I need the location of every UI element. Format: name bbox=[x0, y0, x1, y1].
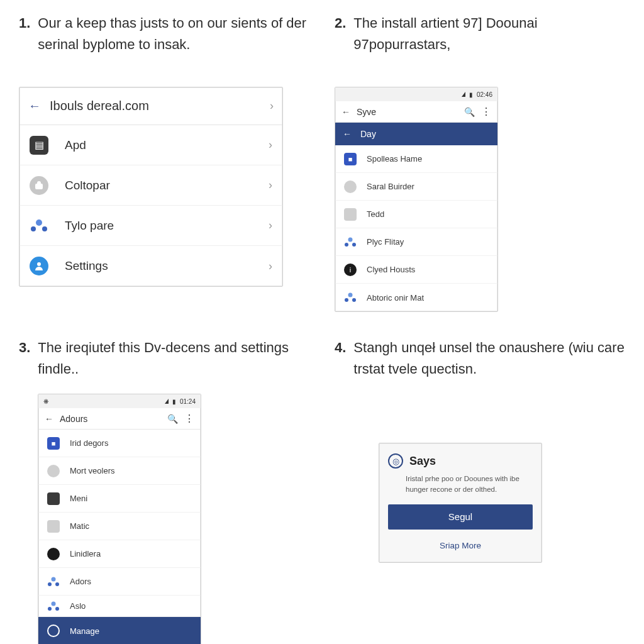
primary-button[interactable]: Segul bbox=[388, 504, 533, 530]
person-icon bbox=[47, 600, 60, 613]
item-label: Adors bbox=[70, 577, 91, 586]
svg-point-12 bbox=[55, 582, 59, 586]
step-1-number: 1. bbox=[19, 13, 30, 75]
list-item[interactable]: i Clyed Housts bbox=[335, 256, 497, 284]
app-bar: ← Syve 🔍 ⋮ bbox=[335, 101, 497, 123]
back-icon[interactable]: ← bbox=[343, 129, 352, 139]
list-item[interactable]: Mort veolers bbox=[38, 457, 201, 485]
panel-3: ❋ ▮ 01:24 ← Adours 🔍 ⋮ ■ Irid degors Mor… bbox=[38, 394, 201, 644]
settings-icon bbox=[30, 257, 48, 275]
person-icon bbox=[344, 291, 357, 304]
item-label: Linidlera bbox=[70, 549, 101, 558]
list-item[interactable]: Plyc Flitay bbox=[335, 228, 497, 256]
dot-icon bbox=[47, 548, 60, 560]
app-bar: ← Adours 🔍 ⋮ bbox=[38, 408, 201, 430]
panel1-titlebar[interactable]: ← Ibouls dereal.com › bbox=[19, 87, 282, 125]
list-item[interactable]: ■ Spolleas Hame bbox=[335, 145, 497, 173]
item-label: Tedd bbox=[367, 209, 384, 219]
svg-point-3 bbox=[37, 262, 41, 266]
square-icon bbox=[344, 208, 357, 221]
back-icon[interactable]: ← bbox=[45, 414, 53, 424]
section-header[interactable]: ← Day bbox=[335, 123, 497, 145]
chevron-right-icon: › bbox=[269, 219, 272, 232]
step-3: 3. The ireqiutef this Dv-decens and sett… bbox=[19, 337, 309, 644]
panel-4-dialog: ◎ Says Iristal prhe poo or Doounes with … bbox=[379, 443, 542, 563]
coltopar-icon bbox=[30, 176, 48, 195]
item-label: Meni bbox=[70, 494, 87, 503]
search-icon[interactable]: 🔍 bbox=[167, 414, 178, 424]
clock: 02:46 bbox=[477, 91, 492, 98]
person-icon bbox=[30, 216, 48, 235]
circle-icon bbox=[47, 465, 60, 477]
svg-point-4 bbox=[348, 237, 353, 242]
info-icon: i bbox=[344, 264, 357, 276]
svg-point-6 bbox=[352, 243, 356, 247]
step-1-text: Our a keep thas justs to on our sients o… bbox=[38, 13, 309, 75]
step-2: 2. The install artient 97] Doounai 97pop… bbox=[335, 13, 625, 312]
step-4-text: Stangh unqeł unsel the onaushere (wiu ca… bbox=[353, 337, 625, 406]
item-label: Spolleas Hame bbox=[367, 154, 422, 164]
appbar-title: Adours bbox=[60, 414, 87, 424]
back-icon[interactable]: ← bbox=[341, 107, 350, 117]
menu-icon[interactable]: ⋮ bbox=[481, 107, 491, 117]
panel1-row-tylo[interactable]: Tylo pare › bbox=[19, 206, 282, 246]
item-label: Clyed Housts bbox=[367, 265, 415, 274]
app-icon: ■ bbox=[47, 437, 60, 450]
signal-icon bbox=[165, 399, 169, 404]
panel-2: ▮ 02:46 ← Syve 🔍 ⋮ ← Day ■ Spolleas Hame… bbox=[335, 87, 498, 312]
square-icon bbox=[47, 492, 60, 505]
item-label: Aslo bbox=[70, 601, 86, 611]
row-label: Apd bbox=[65, 138, 86, 152]
battery-icon: ▮ bbox=[469, 91, 473, 98]
svg-point-14 bbox=[48, 607, 52, 611]
svg-point-1 bbox=[31, 226, 36, 231]
signal-icon bbox=[462, 92, 465, 97]
target-icon bbox=[47, 625, 60, 637]
panel1-row-settings[interactable]: Settings › bbox=[19, 246, 282, 286]
panel1-title: Ibouls dereal.com bbox=[50, 99, 149, 113]
chevron-right-icon: › bbox=[270, 99, 274, 113]
step-1: 1. Our a keep thas justs to on our sient… bbox=[19, 13, 309, 312]
row-label: Settings bbox=[65, 259, 108, 273]
appbar-title: Syve bbox=[357, 107, 376, 117]
step-4-number: 4. bbox=[335, 337, 346, 406]
dialog-body: Iristal prhe poo or Doounes with ibe hun… bbox=[406, 474, 533, 494]
apd-icon: ▤ bbox=[30, 136, 48, 155]
svg-point-10 bbox=[52, 577, 56, 581]
section-title: Day bbox=[360, 129, 376, 139]
app-icon: ■ bbox=[344, 153, 357, 165]
item-label: Manage bbox=[70, 626, 99, 636]
svg-point-9 bbox=[352, 298, 356, 302]
list-item[interactable]: Matic bbox=[38, 513, 201, 540]
list-item[interactable]: Aslo bbox=[38, 596, 201, 617]
svg-point-15 bbox=[55, 607, 59, 611]
list-item[interactable]: Adors bbox=[38, 568, 201, 596]
chevron-right-icon: › bbox=[269, 260, 272, 273]
panel1-row-apd[interactable]: ▤ Apd › bbox=[19, 125, 282, 165]
status-bar: ❋ ▮ 01:24 bbox=[38, 394, 201, 408]
menu-icon[interactable]: ⋮ bbox=[184, 414, 194, 424]
battery-icon: ▮ bbox=[172, 398, 176, 405]
row-label: Tylo pare bbox=[65, 219, 114, 233]
dialog-icon: ◎ bbox=[388, 453, 403, 469]
search-icon[interactable]: 🔍 bbox=[464, 107, 475, 117]
secondary-link[interactable]: Sriap More bbox=[388, 537, 533, 555]
step-3-number: 3. bbox=[19, 337, 30, 382]
svg-point-8 bbox=[345, 298, 348, 302]
step-4: 4. Stangh unqeł unsel the onaushere (wiu… bbox=[335, 337, 625, 644]
list-item[interactable]: Linidlera bbox=[38, 540, 201, 568]
panel1-row-coltopar[interactable]: Coltopar › bbox=[19, 165, 282, 206]
dialog-title: Says bbox=[409, 455, 436, 468]
svg-point-7 bbox=[348, 293, 353, 297]
list-item[interactable]: Saral Buirder bbox=[335, 173, 497, 201]
item-label: Abtoric onir Mat bbox=[367, 293, 424, 303]
step-2-text: The install artient 97] Doounai 97popurr… bbox=[353, 13, 625, 75]
list-item[interactable]: Tedd bbox=[335, 201, 497, 228]
back-icon[interactable]: ← bbox=[28, 99, 41, 113]
svg-point-2 bbox=[42, 226, 47, 231]
list-item[interactable]: Meni bbox=[38, 485, 201, 513]
list-item[interactable]: Abtoric onir Mat bbox=[335, 284, 497, 311]
person-icon bbox=[344, 236, 357, 248]
list-item[interactable]: ■ Irid degors bbox=[38, 430, 201, 457]
list-item-selected[interactable]: Manage bbox=[38, 617, 201, 644]
